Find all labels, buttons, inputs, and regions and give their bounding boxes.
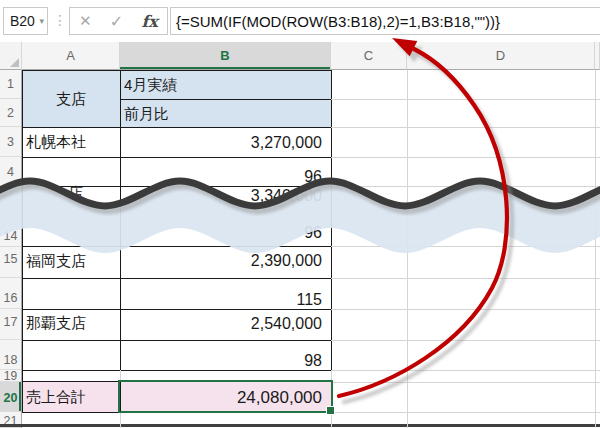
name-box-reference: B20 <box>10 13 35 29</box>
row-header-16[interactable]: 16 <box>0 278 21 309</box>
fill-handle[interactable] <box>326 406 335 415</box>
row-header-14[interactable]: 14 <box>0 217 21 247</box>
hidden-row-branch-fragment: 店 <box>64 184 104 204</box>
cell-b2-mom-header[interactable]: 前月比 <box>120 99 331 127</box>
insert-function-icon[interactable]: fx <box>141 12 157 31</box>
table-border <box>22 246 332 247</box>
formula-input[interactable]: {=SUM(IF(MOD(ROW(B3:B18),2)=1,B3:B18,"")… <box>170 7 600 35</box>
row-header-4[interactable]: 4 <box>0 157 21 187</box>
table-border <box>331 70 332 370</box>
enter-icon[interactable]: ✓ <box>110 12 123 31</box>
cell-b1-april-header[interactable]: 4月実績 <box>120 70 331 99</box>
arrow-curve <box>339 49 507 396</box>
cell-b14-ratio-fragment: 96 <box>120 222 331 243</box>
table-border <box>22 127 332 128</box>
arrow-shadow <box>344 55 512 402</box>
clip-bottom-edge <box>0 424 600 427</box>
cell-a1-branch-header[interactable]: 支店 <box>22 70 120 127</box>
table-border <box>22 309 332 310</box>
row-header-15[interactable]: 15 <box>0 247 21 278</box>
row-header-19[interactable]: 19 <box>0 370 21 382</box>
table-border <box>22 340 332 341</box>
cell-a17[interactable]: 那覇支店 <box>22 309 120 340</box>
table-border <box>120 70 121 370</box>
column-header-b[interactable]: B <box>120 42 331 70</box>
formula-buttons: ✕ ✓ fx <box>69 7 168 35</box>
cell-b15[interactable]: 2,390,000 <box>120 247 331 278</box>
table-border <box>22 370 332 371</box>
excel-window: B20 ▾ ⋮ ✕ ✓ fx {=SUM(IF(MOD(ROW(B3:B18),… <box>0 0 600 428</box>
overflow-dots-icon: ⋮ <box>53 12 67 28</box>
hidden-row-value-fragment: 3,340,000 <box>120 185 331 207</box>
row-header-2[interactable]: 2 <box>0 99 21 127</box>
selection-border-b20 <box>118 380 333 413</box>
row-header-20[interactable]: 20 <box>0 382 21 412</box>
select-all-corner[interactable] <box>0 42 22 70</box>
column-header-a[interactable]: A <box>22 42 120 70</box>
row-header-18[interactable]: 18 <box>0 340 21 370</box>
name-box-dropdown-icon[interactable]: ▾ <box>39 16 44 26</box>
table-border <box>22 70 332 71</box>
table-border <box>22 70 23 412</box>
formula-text: {=SUM(IF(MOD(ROW(B3:B18),2)=1,B3:B18,"")… <box>176 13 500 30</box>
cell-b3[interactable]: 3,270,000 <box>120 127 331 157</box>
row-header-1[interactable]: 1 <box>0 70 21 99</box>
cell-b4[interactable]: 96 <box>120 157 331 185</box>
formula-bar-strip: B20 ▾ ⋮ ✕ ✓ fx {=SUM(IF(MOD(ROW(B3:B18),… <box>0 0 600 43</box>
column-header-e-sliver[interactable] <box>595 42 600 70</box>
table-border <box>22 157 332 158</box>
annotation-arrow <box>339 38 512 402</box>
column-header-c[interactable]: C <box>331 42 407 70</box>
cell-a20-total-label[interactable]: 売上合計 <box>22 382 120 412</box>
cell-b16[interactable]: 115 <box>120 278 331 309</box>
column-header-d[interactable]: D <box>407 42 595 70</box>
row-header-17[interactable]: 17 <box>0 309 21 340</box>
row-header-3[interactable]: 3 <box>0 127 21 157</box>
cell-b18[interactable]: 98 <box>120 340 331 370</box>
table-border <box>120 99 332 100</box>
table-border <box>22 186 332 187</box>
cell-a3[interactable]: 札幌本社 <box>22 127 120 157</box>
cell-a15[interactable]: 福岡支店 <box>22 247 120 278</box>
select-all-triangle-icon <box>10 58 19 67</box>
table-border <box>22 278 332 279</box>
name-box[interactable]: B20 ▾ <box>3 7 48 35</box>
cell-b17[interactable]: 2,540,000 <box>120 309 331 340</box>
cancel-icon[interactable]: ✕ <box>79 12 92 30</box>
